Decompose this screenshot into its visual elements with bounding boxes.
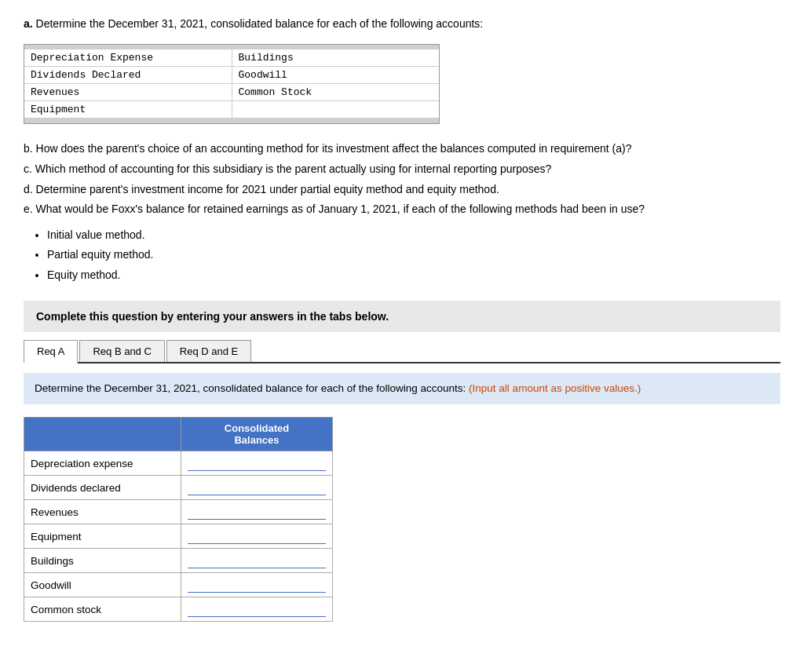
input-field-1[interactable] — [188, 480, 326, 495]
row-label-4: Buildings — [24, 549, 181, 573]
tab-req-a[interactable]: Req A — [24, 340, 78, 363]
input-field-2[interactable] — [188, 504, 326, 520]
part-a: a. Determine the December 31, 2021, cons… — [24, 16, 780, 32]
input-field-6[interactable] — [188, 601, 326, 617]
table-footer-bar — [24, 119, 439, 123]
part-c: c. Which method of accounting for this s… — [24, 160, 780, 179]
accounts-row-2: Dividends Declared Goodwill — [24, 67, 439, 84]
row-label-1: Dividends declared — [24, 476, 181, 500]
row-label-6: Common stock — [24, 597, 181, 622]
bullet-list: Initial value method. Partial equity met… — [47, 225, 780, 285]
left-col-4: Equipment — [24, 101, 232, 118]
accounts-row-3: Revenues Common Stock — [24, 84, 439, 101]
table-row: Buildings — [24, 549, 333, 573]
table-row: Common stock — [24, 597, 333, 622]
row-input-6[interactable] — [181, 597, 333, 622]
table-row: Dividends declared — [24, 476, 333, 500]
tabs-container: Req A Req B and C Req D and E — [24, 332, 780, 363]
right-col-3: Common Stock — [232, 84, 440, 100]
accounts-row-1: Depreciation Expense Buildings — [24, 49, 439, 67]
right-col-4 — [232, 101, 440, 118]
banner-highlight: (Input all amount as positive values.) — [469, 382, 641, 394]
part-d: d. Determine parent's investment income … — [24, 181, 780, 199]
banner-text: Determine the December 31, 2021, consoli… — [35, 382, 469, 394]
row-input-4[interactable] — [181, 549, 333, 573]
req-a-content: Determine the December 31, 2021, consoli… — [24, 363, 780, 622]
instructions-section: b. How does the parent's choice of an ac… — [24, 140, 780, 285]
row-input-0[interactable] — [181, 451, 333, 476]
complete-box: Complete this question by entering your … — [24, 301, 780, 332]
tab-req-de[interactable]: Req D and E — [166, 340, 251, 362]
right-col-1: Buildings — [232, 49, 440, 66]
bullet-1: Initial value method. — [47, 225, 780, 245]
left-col-1: Depreciation Expense — [24, 49, 232, 66]
row-input-1[interactable] — [181, 476, 333, 500]
left-col-3: Revenues — [24, 84, 232, 100]
col-header-empty — [24, 418, 181, 451]
input-field-4[interactable] — [188, 553, 326, 568]
part-a-text: Determine the December 31, 2021, consoli… — [33, 17, 484, 30]
table-row: Equipment — [24, 524, 333, 549]
left-col-2: Dividends Declared — [24, 67, 232, 83]
input-field-3[interactable] — [188, 528, 326, 544]
tab-req-bc[interactable]: Req B and C — [79, 340, 164, 362]
row-label-0: Depreciation expense — [24, 451, 181, 476]
bullet-3: Equity method. — [47, 265, 780, 285]
bullet-2: Partial equity method. — [47, 245, 780, 265]
instruction-banner: Determine the December 31, 2021, consoli… — [24, 373, 780, 404]
row-label-3: Equipment — [24, 524, 181, 549]
accounts-row-4: Equipment — [24, 101, 439, 119]
part-a-label: a. — [24, 17, 33, 30]
row-input-3[interactable] — [181, 524, 333, 549]
input-field-0[interactable] — [188, 455, 326, 471]
table-row: Revenues — [24, 500, 333, 524]
part-e: e. What would be Foxx's balance for reta… — [24, 200, 780, 219]
row-input-2[interactable] — [181, 500, 333, 524]
col-header-consolidated: ConsolidatedBalances — [181, 418, 333, 451]
right-col-2: Goodwill — [232, 67, 440, 83]
table-row: Depreciation expense — [24, 451, 333, 476]
accounts-preview-table: Depreciation Expense Buildings Dividends… — [24, 44, 440, 124]
input-field-5[interactable] — [188, 577, 326, 593]
part-b: b. How does the parent's choice of an ac… — [24, 140, 780, 159]
table-row: Goodwill — [24, 573, 333, 597]
row-input-5[interactable] — [181, 573, 333, 597]
row-label-5: Goodwill — [24, 573, 181, 597]
row-label-2: Revenues — [24, 500, 181, 524]
complete-box-text: Complete this question by entering your … — [36, 310, 389, 323]
consolidated-balances-table: ConsolidatedBalances Depreciation expens… — [24, 417, 333, 622]
